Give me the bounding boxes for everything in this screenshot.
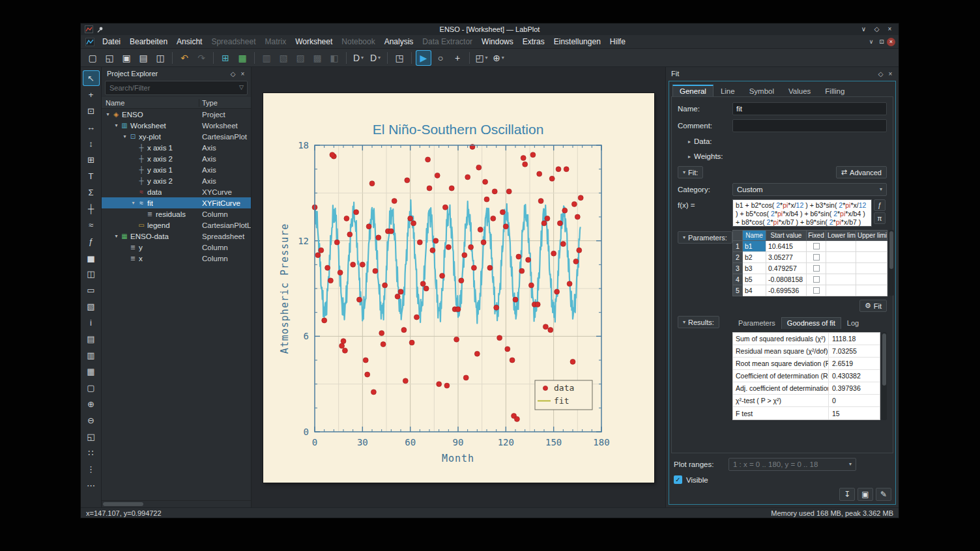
zoom-mode-button[interactable]: ◰▾	[474, 50, 489, 66]
tab-parameters[interactable]: Parameters	[732, 317, 781, 329]
menu-einstellungen[interactable]: Einstellungen	[549, 36, 605, 47]
tab-line[interactable]: Line	[713, 85, 742, 97]
param-name-cell[interactable]: b5	[743, 274, 766, 285]
zoom-in-tool[interactable]: ⊕	[83, 396, 100, 412]
tab-filling[interactable]: Filling	[818, 85, 852, 97]
add-info-element-tool[interactable]: i	[83, 315, 100, 330]
zoom-out-tool[interactable]: ⊖	[83, 412, 100, 428]
name-input[interactable]	[732, 102, 887, 115]
fit-dock-float-icon[interactable]: ◇	[876, 70, 886, 78]
scrollbar-thumb[interactable]	[103, 502, 143, 506]
param-start-cell[interactable]: 0.479257	[766, 263, 807, 274]
tree-expander-icon[interactable]: ▾	[104, 111, 111, 117]
menu-worksheet[interactable]: Worksheet	[291, 36, 337, 47]
param-name-cell[interactable]: b1	[743, 241, 766, 252]
zoom-fit-tool[interactable]: ◱	[83, 429, 100, 444]
grid-layout-tool[interactable]: ▦	[83, 363, 100, 379]
close-icon[interactable]: ×	[885, 25, 895, 34]
tab-general[interactable]: General	[672, 85, 713, 97]
insert-constant-button[interactable]: π	[874, 212, 886, 224]
select-tool[interactable]: ↖	[83, 70, 100, 86]
new-spreadsheet-button[interactable]: ▦	[235, 50, 250, 66]
scrollbar-thumb[interactable]	[889, 231, 893, 269]
results-section-button[interactable]: ▾ Results:	[678, 316, 719, 328]
search-input[interactable]	[105, 81, 248, 95]
vertical-layout-tool[interactable]: ▤	[83, 331, 100, 346]
tree-item-enso[interactable]: ▾◈ENSOProject	[102, 109, 251, 120]
save-edit-button[interactable]: ✎	[876, 488, 891, 501]
column-header-name[interactable]: Name	[102, 99, 199, 107]
fixed-checkbox[interactable]	[813, 243, 820, 249]
add-curve-tool[interactable]: ≈	[83, 217, 100, 233]
category-select[interactable]: Custom ▾	[732, 183, 887, 196]
param-col-lower-limit[interactable]: Lower limit	[826, 231, 856, 241]
redo-button[interactable]: ↷	[194, 50, 209, 66]
tree-expander-icon[interactable]: ▾	[130, 200, 137, 206]
mdi-restore-icon[interactable]: ⊡	[876, 37, 887, 46]
document-new-button[interactable]: ▢	[85, 50, 100, 66]
param-upper-cell[interactable]	[856, 285, 887, 296]
filter-icon[interactable]: ▽	[239, 84, 244, 91]
dock-close-icon[interactable]: ×	[238, 70, 248, 78]
comment-input[interactable]	[732, 119, 887, 132]
print-preview-button[interactable]: ◫	[152, 50, 168, 66]
tree-item-residuals[interactable]: ≣residualsColumn	[102, 208, 251, 219]
add-boxplot-tool[interactable]: ◫	[83, 266, 100, 281]
document-print-button[interactable]: ▤	[136, 50, 151, 66]
cursor-mode-2-button[interactable]: ⋮	[83, 461, 100, 477]
param-row-b1[interactable]: 1b110.6415	[733, 241, 887, 252]
param-name-cell[interactable]: b4	[743, 285, 766, 296]
recalculate-button[interactable]: ↧	[839, 488, 855, 501]
menu-hilfe[interactable]: Hilfe	[605, 36, 630, 47]
tree-item-y[interactable]: ≣yColumn	[102, 242, 251, 253]
data-expander[interactable]: ▸ Data:	[688, 135, 887, 147]
minimize-icon[interactable]: ∨	[859, 25, 869, 34]
undo-button[interactable]: ↶	[177, 50, 192, 66]
param-upper-cell[interactable]	[856, 252, 887, 263]
param-row-b5[interactable]: 4b5-0.0808158	[733, 274, 887, 285]
magnification-button[interactable]: ⊕▾	[491, 50, 506, 66]
menu-extras[interactable]: Extras	[518, 36, 549, 47]
tree-item-data[interactable]: ≈dataXYCurve	[102, 186, 251, 197]
tree-expander-icon[interactable]: ▾	[113, 233, 120, 239]
tree-item-legend[interactable]: ▭legendCartesianPlotLegend	[102, 219, 251, 231]
results-scrollbar[interactable]	[882, 332, 887, 420]
menu-analysis[interactable]: Analysis	[380, 36, 418, 47]
tree-item-fit[interactable]: ▾≈fitXYFitCurve	[102, 197, 251, 208]
add-axis-tool[interactable]: ┼	[83, 201, 100, 216]
tree-expander-icon[interactable]: ▾	[113, 122, 120, 128]
sort-button[interactable]: ▨	[293, 50, 308, 66]
mdi-close-icon[interactable]: ×	[887, 38, 895, 46]
fixed-checkbox[interactable]	[813, 287, 820, 294]
fixed-checkbox[interactable]	[813, 276, 820, 283]
fit-dock-close-icon[interactable]: ×	[886, 70, 895, 78]
tree-item-x-axis-2[interactable]: ┼x axis 2Axis	[102, 153, 251, 164]
tree-item-x[interactable]: ≣xColumn	[102, 253, 251, 264]
tree-item-xy-plot[interactable]: ▾⊡xy-plotCartesianPlot	[102, 131, 251, 142]
param-col-name[interactable]: Name	[743, 231, 766, 241]
new-worksheet-button[interactable]: ⊞	[218, 50, 233, 66]
tab-values[interactable]: Values	[781, 85, 818, 97]
param-lower-cell[interactable]	[826, 263, 856, 274]
param-lower-cell[interactable]	[826, 274, 856, 285]
crosshair-cursor-tool[interactable]: +	[83, 87, 100, 102]
cas-console-button[interactable]: D▾	[368, 50, 383, 66]
tree-item-y-axis-2[interactable]: ┼y axis 2Axis	[102, 175, 251, 186]
menu-windows[interactable]: Windows	[477, 36, 518, 47]
param-name-cell[interactable]: b2	[743, 252, 766, 263]
param-upper-cell[interactable]	[856, 263, 887, 274]
visible-checkbox[interactable]: ✓	[674, 475, 682, 484]
param-start-cell[interactable]: 3.05277	[766, 252, 807, 263]
tree-item-x-axis-1[interactable]: ┼x axis 1Axis	[102, 142, 251, 153]
tree-item-worksheet[interactable]: ▾▥WorksheetWorksheet	[102, 120, 251, 131]
cursor-mode-1-button[interactable]: ∷	[83, 445, 100, 460]
worksheet-view[interactable]: 0306090120150180061218El Niño-Southern O…	[252, 67, 665, 507]
cursor-mode-3-button[interactable]: ⋯	[83, 477, 100, 493]
add-image-tool[interactable]: ▧	[83, 298, 100, 314]
param-lower-cell[interactable]	[826, 252, 856, 263]
param-upper-cell[interactable]	[856, 274, 887, 285]
add-function-curve-tool[interactable]: ƒ	[83, 233, 100, 249]
titlebar[interactable]: ENSO - [Worksheet] — LabPlot ∨ ◇ ×	[81, 23, 899, 35]
add-plot-tool[interactable]: ⊞	[83, 152, 100, 167]
fixed-checkbox[interactable]	[813, 254, 820, 261]
